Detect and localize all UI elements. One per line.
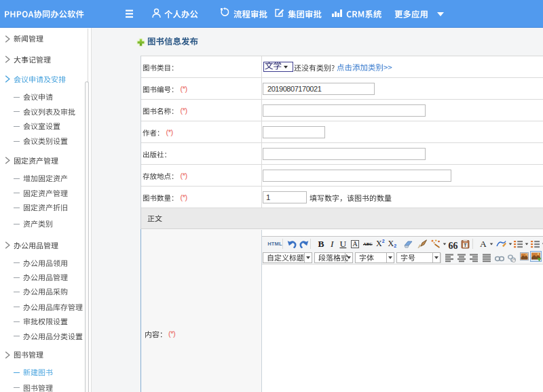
- svg-text:T: T: [464, 243, 467, 248]
